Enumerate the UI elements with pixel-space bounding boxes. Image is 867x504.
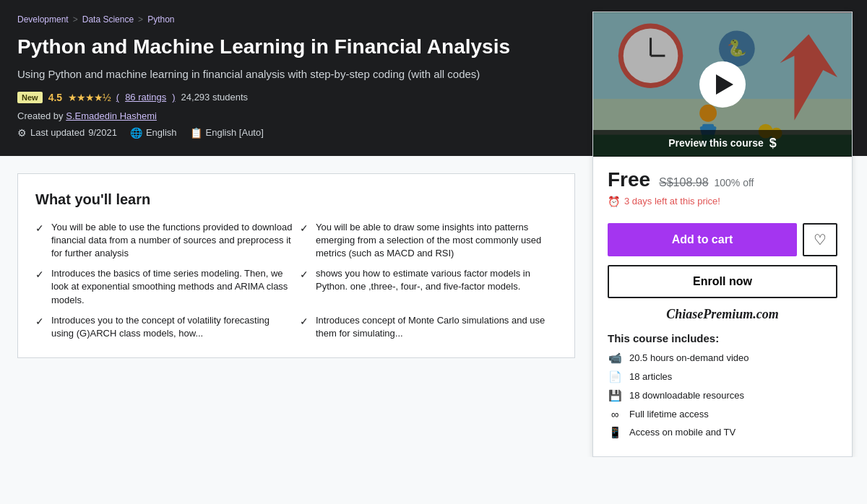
includes-section: This course includes: 📹 20.5 hours on-de… bbox=[593, 332, 852, 456]
new-badge: New bbox=[17, 92, 43, 103]
include-item-articles: 📄 18 articles bbox=[608, 370, 837, 383]
learn-item: ✓ Introduces the basics of time series m… bbox=[35, 267, 293, 307]
include-articles-text: 18 articles bbox=[629, 371, 672, 382]
price-section: Free S$108.98 100% off ⏰ 3 days left at … bbox=[593, 157, 852, 223]
include-item-downloads: 💾 18 downloadable resources bbox=[608, 389, 837, 402]
learn-text-2: Introduces the basics of time series mod… bbox=[51, 267, 293, 307]
check-icon-5: ✓ bbox=[300, 268, 309, 307]
breadcrumb-sep1: > bbox=[73, 14, 78, 25]
include-item-lifetime: ∞ Full lifetime access bbox=[608, 408, 837, 420]
enroll-now-button[interactable]: Enroll now bbox=[608, 265, 837, 298]
preview-label-text: Preview this course bbox=[668, 137, 764, 149]
check-icon-6: ✓ bbox=[300, 315, 309, 340]
button-row: Add to cart ♡ bbox=[593, 223, 852, 265]
mobile-icon: 📱 bbox=[608, 426, 622, 439]
price-free: Free bbox=[608, 168, 650, 191]
include-downloads-text: 18 downloadable resources bbox=[629, 390, 744, 401]
learn-box: What you'll learn ✓ You will be able to … bbox=[17, 173, 575, 359]
students-count: 24,293 students bbox=[181, 92, 249, 103]
meta-captions: 📋 English [Auto] bbox=[190, 127, 264, 139]
include-video-text: 20.5 hours on-demand video bbox=[629, 352, 749, 363]
page-layout: What you'll learn ✓ You will be able to … bbox=[0, 156, 867, 457]
check-icon-4: ✓ bbox=[300, 222, 309, 261]
sidebar-card: 🐍 bbox=[592, 12, 853, 457]
rating-close: ) bbox=[172, 92, 175, 103]
breadcrumb-datascience[interactable]: Data Science bbox=[82, 14, 134, 25]
article-icon: 📄 bbox=[608, 370, 622, 383]
meta-updated: ⚙ Last updated 9/2021 bbox=[17, 127, 117, 139]
course-subtitle: Using Python and machine learning in fin… bbox=[17, 66, 510, 82]
preview-label: Preview this course $ bbox=[593, 130, 852, 157]
promo-text: ChiasePremium.com bbox=[593, 307, 852, 332]
last-updated-value: 9/2021 bbox=[88, 127, 117, 138]
rating-number: 4.5 bbox=[48, 92, 62, 103]
learn-text-5: shows you how to estimate various factor… bbox=[316, 267, 557, 307]
last-updated-label: Last updated bbox=[30, 127, 85, 138]
language-value: English bbox=[146, 127, 177, 138]
learn-grid: ✓ You will be able to use the functions … bbox=[35, 221, 557, 341]
learn-text-6: Introduces concept of Monte Carlo simula… bbox=[316, 314, 557, 340]
clock-icon: ⚙ bbox=[17, 127, 27, 139]
main-content: What you'll learn ✓ You will be able to … bbox=[0, 156, 592, 457]
wishlist-button[interactable]: ♡ bbox=[803, 223, 837, 256]
breadcrumb: Development > Data Science > Python bbox=[17, 14, 510, 25]
learn-item: ✓ Introduces concept of Monte Carlo simu… bbox=[300, 314, 557, 340]
hero-content: Development > Data Science > Python Pyth… bbox=[0, 0, 527, 156]
learn-title: What you'll learn bbox=[35, 191, 557, 208]
preview-dollar-icon: $ bbox=[769, 136, 777, 151]
check-icon-2: ✓ bbox=[35, 268, 44, 307]
learn-item: ✓ You will be able to use the functions … bbox=[35, 221, 293, 261]
timer-text: 3 days left at this price! bbox=[624, 196, 720, 207]
check-icon-1: ✓ bbox=[35, 222, 44, 261]
includes-title: This course includes: bbox=[608, 332, 837, 344]
learn-text-4: You will be able to draw some insights i… bbox=[316, 221, 557, 261]
check-icon-3: ✓ bbox=[35, 315, 44, 340]
creator-name[interactable]: S.Emadedin Hashemi bbox=[66, 110, 157, 121]
learn-text-1: You will be able to use the functions pr… bbox=[51, 221, 293, 261]
add-to-cart-button[interactable]: Add to cart bbox=[608, 223, 797, 256]
meta-language: 🌐 English bbox=[130, 127, 177, 139]
rating-link[interactable]: ( bbox=[116, 92, 119, 103]
price-original: S$108.98 bbox=[659, 176, 709, 188]
captions-icon: 📋 bbox=[190, 127, 202, 139]
creator-row: Created by S.Emadedin Hashemi bbox=[17, 110, 510, 121]
meta-row: ⚙ Last updated 9/2021 🌐 English 📋 Englis… bbox=[17, 127, 510, 139]
timer-row: ⏰ 3 days left at this price! bbox=[608, 196, 837, 207]
globe-icon: 🌐 bbox=[130, 127, 142, 139]
include-item-video: 📹 20.5 hours on-demand video bbox=[608, 352, 837, 365]
rating-count[interactable]: 86 ratings bbox=[125, 92, 166, 103]
include-mobile-text: Access on mobile and TV bbox=[629, 427, 736, 438]
creator-prefix: Created by bbox=[17, 110, 64, 121]
timer-icon: ⏰ bbox=[608, 196, 620, 207]
course-title: Python and Machine Learning in Financial… bbox=[17, 35, 510, 59]
include-lifetime-text: Full lifetime access bbox=[629, 409, 709, 420]
star-icons: ★★★★½ bbox=[68, 92, 111, 103]
video-icon: 📹 bbox=[608, 352, 622, 365]
download-icon: 💾 bbox=[608, 389, 622, 402]
breadcrumb-sep2: > bbox=[138, 14, 143, 25]
rating-row: New 4.5 ★★★★½ (86 ratings) 24,293 studen… bbox=[17, 92, 510, 103]
learn-item: ✓ Introduces you to the concept of volat… bbox=[35, 314, 293, 340]
infinity-icon: ∞ bbox=[608, 408, 622, 420]
breadcrumb-python[interactable]: Python bbox=[147, 14, 174, 25]
learn-item: ✓ You will be able to draw some insights… bbox=[300, 221, 557, 261]
sidebar: 🐍 bbox=[592, 156, 853, 457]
course-preview[interactable]: 🐍 bbox=[593, 12, 852, 157]
play-button[interactable] bbox=[699, 61, 746, 108]
learn-text-3: Introduces you to the concept of volatil… bbox=[51, 314, 293, 340]
learn-item: ✓ shows you how to estimate various fact… bbox=[300, 267, 557, 307]
price-discount: 100% off bbox=[714, 177, 754, 188]
breadcrumb-development[interactable]: Development bbox=[17, 14, 69, 25]
include-item-mobile: 📱 Access on mobile and TV bbox=[608, 426, 837, 439]
captions-value: English [Auto] bbox=[206, 127, 264, 138]
